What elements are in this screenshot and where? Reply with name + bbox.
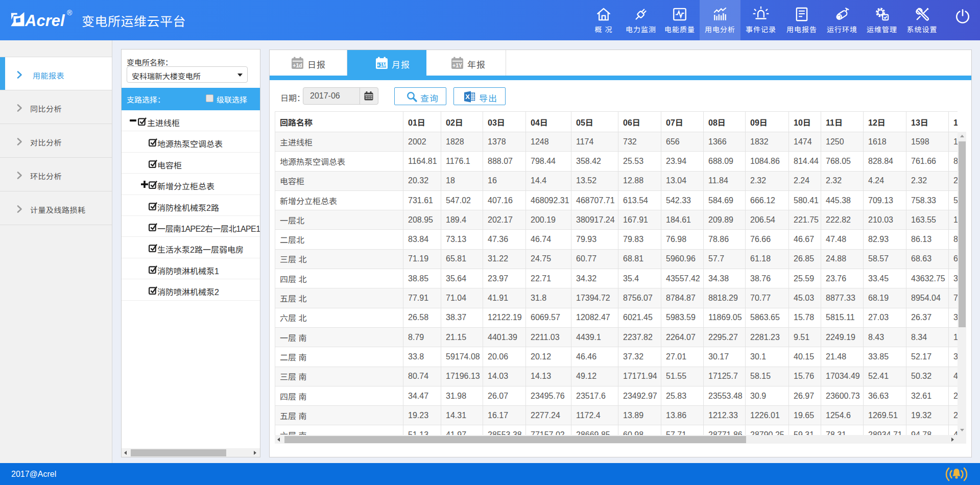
svg-text:X: X: [465, 93, 470, 101]
